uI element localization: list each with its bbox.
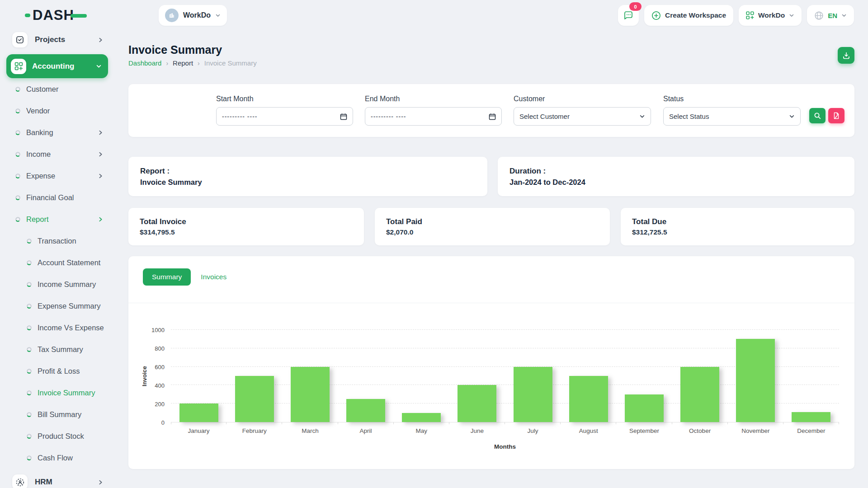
sidebar-item-transaction[interactable]: Transaction: [0, 230, 114, 252]
grid-plus-icon: [746, 11, 754, 19]
customer-label: Customer: [514, 95, 651, 103]
bar-slot: [394, 330, 449, 422]
bullet-icon: [27, 434, 32, 439]
breadcrumb-dashboard[interactable]: Dashboard: [128, 59, 161, 67]
sidebar-item-income[interactable]: Income: [0, 143, 114, 165]
status-select[interactable]: Select Status: [663, 107, 801, 126]
bar-october[interactable]: [680, 367, 719, 422]
sidebar-item-bill-summary[interactable]: Bill Summary: [0, 404, 114, 425]
end-month-input[interactable]: --------- ----: [365, 107, 502, 126]
bullet-icon: [15, 108, 20, 113]
y-tick-label: 600: [155, 364, 165, 371]
start-month-label: Start Month: [216, 95, 353, 103]
chevron-down-icon: [841, 13, 847, 18]
chevron-right-icon: [98, 130, 104, 136]
x-category-label: October: [672, 427, 728, 434]
workspace-menu-button[interactable]: WorkDo: [739, 5, 802, 26]
status-group: Status Select Status: [663, 95, 801, 126]
bar-april[interactable]: [346, 399, 385, 422]
sidebar-item-invoice-summary[interactable]: Invoice Summary: [0, 382, 114, 404]
x-category-label: May: [394, 427, 449, 434]
customer-group: Customer Select Customer: [514, 95, 651, 126]
sidebar-item-income-vs-expense[interactable]: Income Vs Expense: [0, 317, 114, 338]
messages-badge: 0: [629, 2, 642, 11]
sidebar-item-expense-summary[interactable]: Expense Summary: [0, 295, 114, 317]
create-workspace-button[interactable]: Create Workspace: [644, 5, 733, 26]
bar-august[interactable]: [569, 376, 608, 422]
reset-filter-button[interactable]: [828, 108, 844, 123]
grid-plus-icon: [11, 59, 26, 74]
start-month-value: --------- ----: [222, 113, 258, 120]
sidebar-item-vendor[interactable]: Vendor: [0, 100, 114, 122]
download-button[interactable]: [838, 47, 854, 64]
sidebar-item-projects[interactable]: Projects: [6, 28, 108, 52]
workspace-name: WorkDo: [183, 11, 211, 19]
dash-logo[interactable]: DASH: [25, 8, 87, 22]
sidebar-item-label: Bill Summary: [38, 410, 114, 419]
total-paid-value: $2,070.0: [386, 228, 610, 236]
bar-june[interactable]: [458, 385, 496, 422]
customer-select[interactable]: Select Customer: [514, 107, 651, 126]
customer-selected-value: Select Customer: [519, 113, 570, 120]
x-category-label: April: [338, 427, 394, 434]
total-paid-label: Total Paid: [386, 217, 610, 226]
search-button[interactable]: [809, 108, 826, 123]
sidebar-item-banking[interactable]: Banking: [0, 122, 114, 143]
sidebar-item-label: Income Summary: [38, 280, 114, 289]
messages-button[interactable]: 0: [618, 5, 639, 26]
sidebar-item-cash-flow[interactable]: Cash Flow: [0, 447, 114, 469]
bar-slot: [616, 330, 672, 422]
x-axis-title: Months: [171, 443, 839, 450]
create-workspace-label: Create Workspace: [665, 11, 726, 19]
breadcrumb-report[interactable]: Report: [173, 59, 193, 67]
sidebar-item-profit-loss[interactable]: Profit & Loss: [0, 360, 114, 382]
tab-summary[interactable]: Summary: [143, 268, 191, 286]
report-card-label: Report :: [140, 167, 487, 176]
bar-may[interactable]: [402, 413, 441, 422]
start-month-input[interactable]: --------- ----: [216, 107, 353, 126]
total-due-value: $312,725.5: [632, 228, 854, 236]
bar-slot: [672, 330, 728, 422]
bar-july[interactable]: [514, 367, 552, 422]
total-due-card: Total Due $312,725.5: [621, 208, 854, 245]
chevron-down-icon: [639, 113, 645, 119]
bullet-icon: [27, 282, 32, 287]
chevron-down-icon: [215, 13, 221, 18]
filter-panel: Start Month --------- ---- End Month ---…: [128, 84, 854, 137]
logo-bar-icon: [71, 14, 87, 18]
sidebar-item-accounting[interactable]: Accounting: [6, 54, 108, 78]
chart-panel: Summary Invoices Invoice 020040060080010…: [128, 256, 854, 469]
sidebar-item-customer[interactable]: Customer: [0, 78, 114, 100]
sidebar-item-label: Projects: [35, 35, 98, 44]
sidebar-item-label: Accounting: [32, 62, 96, 71]
person-dashed-circle-icon: [12, 474, 28, 488]
bullet-icon: [15, 195, 20, 200]
sidebar-item-label: Tax Summary: [38, 345, 114, 354]
bar-december[interactable]: [792, 412, 830, 422]
language-selector[interactable]: EN: [807, 5, 854, 26]
bar-november[interactable]: [736, 339, 775, 422]
bar-march[interactable]: [291, 367, 330, 422]
bar-september[interactable]: [625, 394, 664, 422]
workspace-selector[interactable]: WorkDo: [159, 5, 227, 26]
sidebar-item-income-summary[interactable]: Income Summary: [0, 273, 114, 295]
sidebar-item-product-stock[interactable]: Product Stock: [0, 425, 114, 447]
total-invoice-label: Total Invoice: [140, 217, 364, 226]
bullet-icon: [15, 130, 20, 135]
calendar-icon: [489, 113, 496, 120]
bullet-icon: [27, 412, 32, 417]
sidebar-item-report[interactable]: Report: [0, 208, 114, 230]
file-slash-icon: [833, 112, 840, 119]
bar-february[interactable]: [235, 376, 274, 422]
bar-january[interactable]: [179, 404, 218, 422]
bar-slot: [728, 330, 783, 422]
sidebar-item-tax-summary[interactable]: Tax Summary: [0, 338, 114, 360]
sidebar-item-financial-goal[interactable]: Financial Goal: [0, 187, 114, 208]
sidebar-item-expense[interactable]: Expense: [0, 165, 114, 187]
bullet-icon: [27, 369, 32, 374]
sidebar-item-hrm[interactable]: HRM: [6, 470, 108, 488]
tab-invoices[interactable]: Invoices: [201, 273, 226, 281]
sidebar-item-account-statement[interactable]: Account Statement: [0, 252, 114, 273]
chevron-down-icon: [789, 113, 795, 119]
bullet-icon: [27, 347, 32, 352]
